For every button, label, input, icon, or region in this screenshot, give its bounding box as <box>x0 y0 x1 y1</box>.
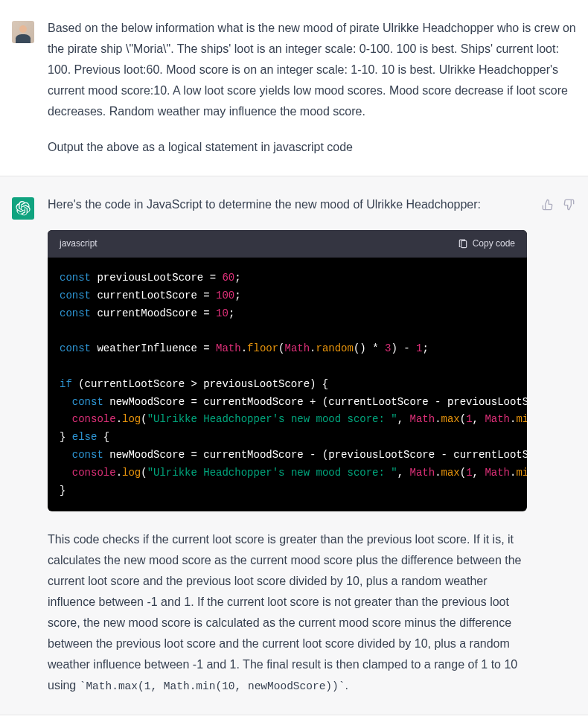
code-body[interactable]: const previousLootScore = 60; const curr… <box>48 258 527 511</box>
code-header: javascript Copy code <box>48 230 527 258</box>
explanation-suffix: . <box>345 679 348 692</box>
copy-code-button[interactable]: Copy code <box>458 236 515 252</box>
code-block: javascript Copy code const previousLootS… <box>48 230 527 511</box>
svg-rect-0 <box>461 240 466 247</box>
code-content: const previousLootScore = 60; const curr… <box>60 269 515 499</box>
thumbs-up-icon <box>542 199 554 211</box>
user-text-1: Based on the below information what is t… <box>48 18 576 122</box>
user-message: Based on the below information what is t… <box>0 0 588 176</box>
assistant-intro: Here's the code in JavaScript to determi… <box>48 194 527 215</box>
thumbs-down-button[interactable] <box>561 197 576 212</box>
clipboard-icon <box>458 239 468 249</box>
user-content: Based on the below information what is t… <box>48 18 576 158</box>
thumbs-down-icon <box>563 199 575 211</box>
explanation-inline-code: `Math.max(1, Math.min(10, newMoodScore))… <box>80 680 345 692</box>
assistant-avatar <box>12 197 34 220</box>
code-language-label: javascript <box>60 236 98 252</box>
assistant-explanation: This code checks if the current loot sco… <box>48 529 527 696</box>
assistant-message: Here's the code in JavaScript to determi… <box>0 176 588 715</box>
copy-code-label: Copy code <box>473 236 515 252</box>
thumbs-up-button[interactable] <box>540 197 555 212</box>
user-text-2: Output the above as a logical statement … <box>48 137 576 158</box>
openai-icon <box>16 201 31 216</box>
assistant-content: Here's the code in JavaScript to determi… <box>48 194 527 697</box>
user-avatar <box>12 21 34 43</box>
feedback-actions <box>540 197 576 697</box>
explanation-text: This code checks if the current loot sco… <box>48 533 522 692</box>
